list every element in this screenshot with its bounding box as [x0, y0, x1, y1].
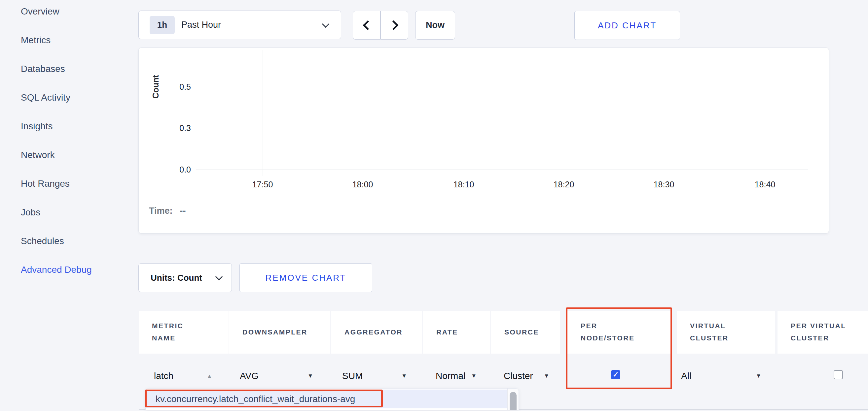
metric-name-value: latch: [154, 371, 174, 381]
y-tick-label: 0.0: [139, 165, 191, 174]
column-header-virtual-cluster: VIRTUAL CLUSTER: [677, 311, 775, 353]
x-tick-label: 18:20: [541, 180, 587, 189]
sidebar-nav: Overview Metrics Databases SQL Activity …: [21, 0, 133, 284]
gridline-vertical: [464, 50, 464, 176]
sidebar-item-databases[interactable]: Databases: [21, 55, 133, 83]
virtual-cluster-select[interactable]: All ▼: [681, 370, 761, 382]
dropdown-arrow-icon: ▼: [756, 373, 761, 379]
hover-time-legend: Time: --: [149, 206, 186, 216]
column-header-downsampler: DOWNSAMPLER: [229, 311, 330, 353]
chevron-left-icon: [363, 21, 373, 30]
sidebar-item-network[interactable]: Network: [21, 140, 133, 169]
next-time-button[interactable]: [380, 11, 408, 40]
chevron-down-icon: [215, 273, 223, 281]
prev-time-button[interactable]: [353, 11, 380, 40]
time-legend-value: --: [180, 206, 186, 216]
column-header-per-virtual-cluster: PER VIRTUAL CLUSTER: [777, 311, 868, 353]
per-virtual-cluster-checkbox[interactable]: [834, 370, 843, 379]
sidebar-item-advanced-debug[interactable]: Advanced Debug: [21, 255, 133, 284]
x-tick-label: 18:00: [340, 180, 386, 189]
time-range-label: Past Hour: [181, 20, 221, 30]
dropdown-scrollbar-track[interactable]: [507, 388, 519, 410]
rate-select[interactable]: Normal ▼: [436, 370, 476, 382]
x-tick-label: 18:30: [641, 180, 687, 189]
gridline-vertical: [262, 50, 263, 176]
x-tick-label: 18:40: [742, 180, 788, 189]
gridline-vertical: [363, 50, 363, 176]
dropdown-scrollbar-thumb[interactable]: [509, 392, 517, 410]
column-header-rate: RATE: [423, 311, 490, 353]
per-node-store-checkbox[interactable]: ✓: [611, 370, 620, 379]
dropdown-arrow-icon: ▼: [308, 373, 313, 379]
column-header-source: SOURCE: [491, 311, 560, 353]
sidebar-item-schedules[interactable]: Schedules: [21, 227, 133, 255]
sidebar-item-insights[interactable]: Insights: [21, 112, 133, 140]
source-value: Cluster: [504, 371, 533, 381]
y-tick-label: 0.5: [139, 82, 191, 92]
gridline-horizontal: [196, 87, 808, 87]
chevron-down-icon: [322, 20, 330, 28]
gridline-horizontal: [196, 128, 808, 128]
now-button[interactable]: Now: [415, 11, 455, 40]
time-legend-label: Time:: [149, 206, 173, 216]
dropdown-arrow-icon: ▼: [471, 373, 476, 379]
sidebar-item-sql-activity[interactable]: SQL Activity: [21, 83, 133, 112]
advanced-debug-custom-chart-page: Overview Metrics Databases SQL Activity …: [0, 0, 868, 411]
column-header-aggregator: AGGREGATOR: [331, 311, 422, 353]
gridline-vertical: [765, 50, 765, 176]
sort-up-icon: ▲: [207, 373, 212, 379]
time-range-picker[interactable]: 1h Past Hour: [138, 10, 341, 39]
dropdown-arrow-icon: ▼: [544, 373, 549, 379]
column-header-per-node-store: PER NODE/STORE: [567, 311, 672, 353]
add-chart-button[interactable]: ADD CHART: [575, 11, 680, 40]
x-tick-label: 18:10: [441, 180, 487, 189]
dropdown-arrow-icon: ▼: [401, 373, 407, 379]
rate-value: Normal: [436, 371, 465, 381]
custom-chart-panel: Count 0.5 0.3 0.0 17:50 18:00 18:10 18:2…: [138, 47, 829, 234]
sidebar-item-jobs[interactable]: Jobs: [21, 198, 133, 227]
y-tick-label: 0.3: [139, 123, 191, 133]
chevron-right-icon: [389, 21, 398, 30]
sidebar-item-metrics[interactable]: Metrics: [21, 26, 133, 55]
metric-name-input[interactable]: latch ▲: [154, 370, 212, 382]
metric-suggestion-item[interactable]: kv.concurrency.latch_conflict_wait_durat…: [146, 389, 508, 408]
downsampler-value: AVG: [240, 371, 259, 381]
gridline-vertical: [664, 50, 664, 176]
time-step-buttons: [353, 11, 408, 40]
metric-suggestions-dropdown: kv.concurrency.latch_conflict_wait_durat…: [145, 388, 519, 410]
sidebar-item-overview[interactable]: Overview: [21, 0, 133, 26]
aggregator-select[interactable]: SUM ▼: [342, 370, 407, 382]
aggregator-value: SUM: [342, 371, 363, 381]
units-select-label: Units: Count: [151, 273, 202, 283]
gridline-vertical: [564, 50, 564, 176]
metric-suggestion-label: kv.concurrency.latch_conflict_wait_durat…: [156, 394, 355, 404]
source-select[interactable]: Cluster ▼: [504, 370, 549, 382]
time-range-badge: 1h: [150, 16, 175, 34]
units-select[interactable]: Units: Count: [138, 263, 232, 292]
x-tick-label: 17:50: [240, 180, 286, 189]
remove-chart-button[interactable]: REMOVE CHART: [240, 263, 372, 292]
x-axis-line: [196, 170, 808, 170]
column-header-metric-name: METRIC NAME: [139, 311, 228, 353]
virtual-cluster-value: All: [681, 371, 691, 381]
sidebar-item-hot-ranges[interactable]: Hot Ranges: [21, 169, 133, 198]
downsampler-select[interactable]: AVG ▼: [240, 370, 313, 382]
